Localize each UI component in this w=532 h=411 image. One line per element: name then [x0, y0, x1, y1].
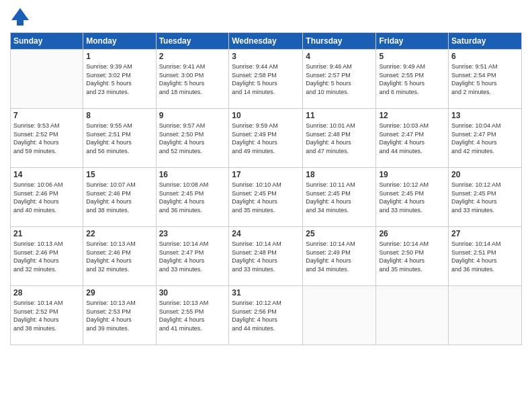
day-info: Sunrise: 10:07 AM Sunset: 2:46 PM Daylig… — [86, 181, 152, 214]
day-number: 7 — [13, 111, 80, 120]
day-info: Sunrise: 9:59 AM Sunset: 2:49 PM Dayligh… — [232, 122, 300, 155]
calendar-cell: 9Sunrise: 9:57 AM Sunset: 2:50 PM Daylig… — [156, 109, 229, 168]
calendar-cell — [11, 50, 83, 109]
calendar-cell: 17Sunrise: 10:10 AM Sunset: 2:45 PM Dayl… — [229, 168, 303, 227]
day-info: Sunrise: 9:49 AM Sunset: 2:55 PM Dayligh… — [379, 62, 445, 96]
calendar-cell: 30Sunrise: 10:13 AM Sunset: 2:55 PM Dayl… — [156, 286, 229, 345]
calendar-cell: 5Sunrise: 9:49 AM Sunset: 2:55 PM Daylig… — [376, 50, 449, 109]
calendar-cell: 25Sunrise: 10:14 AM Sunset: 2:49 PM Dayl… — [303, 227, 376, 286]
calendar: SundayMondayTuesdayWednesdayThursdayFrid… — [10, 32, 522, 345]
page: SundayMondayTuesdayWednesdayThursdayFrid… — [0, 0, 532, 411]
calendar-cell: 31Sunrise: 10:12 AM Sunset: 2:56 PM Dayl… — [229, 286, 303, 345]
day-number: 14 — [13, 170, 80, 179]
calendar-week: 1Sunrise: 9:39 AM Sunset: 3:02 PM Daylig… — [11, 50, 522, 109]
day-info: Sunrise: 9:51 AM Sunset: 2:54 PM Dayligh… — [451, 62, 519, 96]
calendar-cell: 19Sunrise: 10:12 AM Sunset: 2:45 PM Dayl… — [376, 168, 449, 227]
day-info: Sunrise: 9:57 AM Sunset: 2:50 PM Dayligh… — [159, 122, 226, 155]
day-number: 11 — [306, 111, 373, 120]
day-number: 13 — [451, 111, 519, 120]
calendar-week: 21Sunrise: 10:13 AM Sunset: 2:46 PM Dayl… — [11, 227, 522, 286]
weekday-header: Wednesday — [229, 33, 303, 50]
calendar-cell — [376, 286, 449, 345]
day-info: Sunrise: 10:12 AM Sunset: 2:56 PM Daylig… — [232, 299, 300, 332]
day-info: Sunrise: 10:13 AM Sunset: 2:46 PM Daylig… — [86, 240, 152, 273]
calendar-cell: 3Sunrise: 9:44 AM Sunset: 2:58 PM Daylig… — [229, 50, 303, 109]
day-info: Sunrise: 9:41 AM Sunset: 3:00 PM Dayligh… — [159, 62, 226, 96]
day-info: Sunrise: 10:14 AM Sunset: 2:48 PM Daylig… — [232, 240, 300, 273]
header — [10, 7, 522, 27]
day-info: Sunrise: 10:14 AM Sunset: 2:50 PM Daylig… — [379, 240, 445, 273]
weekday-header: Monday — [83, 33, 156, 50]
day-number: 28 — [13, 288, 80, 298]
calendar-cell: 21Sunrise: 10:13 AM Sunset: 2:46 PM Dayl… — [11, 227, 83, 286]
day-info: Sunrise: 9:46 AM Sunset: 2:57 PM Dayligh… — [306, 62, 373, 96]
day-number: 10 — [232, 111, 300, 120]
calendar-cell — [303, 286, 376, 345]
day-info: Sunrise: 10:10 AM Sunset: 2:45 PM Daylig… — [232, 181, 300, 214]
day-number: 12 — [379, 111, 445, 120]
calendar-cell: 2Sunrise: 9:41 AM Sunset: 3:00 PM Daylig… — [156, 50, 229, 109]
day-number: 8 — [86, 111, 152, 120]
day-number: 29 — [86, 288, 152, 298]
day-number: 31 — [232, 288, 300, 298]
weekday-row: SundayMondayTuesdayWednesdayThursdayFrid… — [11, 33, 522, 50]
calendar-cell: 18Sunrise: 10:11 AM Sunset: 2:45 PM Dayl… — [303, 168, 376, 227]
calendar-cell: 15Sunrise: 10:07 AM Sunset: 2:46 PM Dayl… — [83, 168, 156, 227]
day-number: 17 — [232, 170, 300, 179]
calendar-cell: 24Sunrise: 10:14 AM Sunset: 2:48 PM Dayl… — [229, 227, 303, 286]
calendar-cell: 26Sunrise: 10:14 AM Sunset: 2:50 PM Dayl… — [376, 227, 449, 286]
weekday-header: Sunday — [11, 33, 83, 50]
day-info: Sunrise: 9:39 AM Sunset: 3:02 PM Dayligh… — [86, 62, 152, 96]
calendar-cell: 16Sunrise: 10:08 AM Sunset: 2:45 PM Dayl… — [156, 168, 229, 227]
day-info: Sunrise: 10:06 AM Sunset: 2:46 PM Daylig… — [13, 181, 80, 214]
calendar-week: 7Sunrise: 9:53 AM Sunset: 2:52 PM Daylig… — [11, 109, 522, 168]
calendar-cell — [449, 286, 522, 345]
day-info: Sunrise: 10:13 AM Sunset: 2:46 PM Daylig… — [13, 240, 80, 273]
calendar-body: 1Sunrise: 9:39 AM Sunset: 3:02 PM Daylig… — [11, 50, 522, 345]
weekday-header: Tuesday — [156, 33, 229, 50]
calendar-cell: 14Sunrise: 10:06 AM Sunset: 2:46 PM Dayl… — [11, 168, 83, 227]
calendar-cell: 6Sunrise: 9:51 AM Sunset: 2:54 PM Daylig… — [449, 50, 522, 109]
day-info: Sunrise: 10:12 AM Sunset: 2:45 PM Daylig… — [451, 181, 519, 214]
calendar-cell: 22Sunrise: 10:13 AM Sunset: 2:46 PM Dayl… — [83, 227, 156, 286]
day-info: Sunrise: 10:13 AM Sunset: 2:55 PM Daylig… — [159, 299, 226, 332]
calendar-cell: 27Sunrise: 10:14 AM Sunset: 2:51 PM Dayl… — [449, 227, 522, 286]
day-number: 18 — [306, 170, 373, 179]
day-info: Sunrise: 10:14 AM Sunset: 2:47 PM Daylig… — [159, 240, 226, 273]
day-number: 6 — [451, 52, 519, 61]
day-info: Sunrise: 10:01 AM Sunset: 2:48 PM Daylig… — [306, 122, 373, 155]
day-number: 24 — [232, 229, 300, 238]
day-number: 30 — [159, 288, 226, 298]
weekday-header: Thursday — [303, 33, 376, 50]
day-info: Sunrise: 9:55 AM Sunset: 2:51 PM Dayligh… — [86, 122, 152, 155]
svg-rect-1 — [17, 20, 24, 26]
day-info: Sunrise: 10:08 AM Sunset: 2:45 PM Daylig… — [159, 181, 226, 214]
day-number: 16 — [159, 170, 226, 179]
day-info: Sunrise: 10:03 AM Sunset: 2:47 PM Daylig… — [379, 122, 445, 155]
day-number: 5 — [379, 52, 445, 61]
day-number: 22 — [86, 229, 152, 238]
calendar-week: 14Sunrise: 10:06 AM Sunset: 2:46 PM Dayl… — [11, 168, 522, 227]
calendar-cell: 29Sunrise: 10:13 AM Sunset: 2:53 PM Dayl… — [83, 286, 156, 345]
day-number: 4 — [306, 52, 373, 61]
day-number: 3 — [232, 52, 300, 61]
day-number: 19 — [379, 170, 445, 179]
day-number: 21 — [13, 229, 80, 238]
calendar-cell: 13Sunrise: 10:04 AM Sunset: 2:47 PM Dayl… — [449, 109, 522, 168]
calendar-cell: 7Sunrise: 9:53 AM Sunset: 2:52 PM Daylig… — [11, 109, 83, 168]
weekday-header: Friday — [376, 33, 449, 50]
calendar-cell: 11Sunrise: 10:01 AM Sunset: 2:48 PM Dayl… — [303, 109, 376, 168]
day-info: Sunrise: 10:13 AM Sunset: 2:53 PM Daylig… — [86, 299, 152, 332]
day-info: Sunrise: 10:04 AM Sunset: 2:47 PM Daylig… — [451, 122, 519, 155]
calendar-cell: 8Sunrise: 9:55 AM Sunset: 2:51 PM Daylig… — [83, 109, 156, 168]
calendar-cell: 20Sunrise: 10:12 AM Sunset: 2:45 PM Dayl… — [449, 168, 522, 227]
day-number: 26 — [379, 229, 445, 238]
day-number: 25 — [306, 229, 373, 238]
svg-marker-0 — [11, 8, 29, 20]
day-info: Sunrise: 9:44 AM Sunset: 2:58 PM Dayligh… — [232, 62, 300, 96]
calendar-week: 28Sunrise: 10:14 AM Sunset: 2:52 PM Dayl… — [11, 286, 522, 345]
calendar-cell: 1Sunrise: 9:39 AM Sunset: 3:02 PM Daylig… — [83, 50, 156, 109]
day-number: 27 — [451, 229, 519, 238]
day-info: Sunrise: 9:53 AM Sunset: 2:52 PM Dayligh… — [13, 122, 80, 155]
calendar-cell: 28Sunrise: 10:14 AM Sunset: 2:52 PM Dayl… — [11, 286, 83, 345]
